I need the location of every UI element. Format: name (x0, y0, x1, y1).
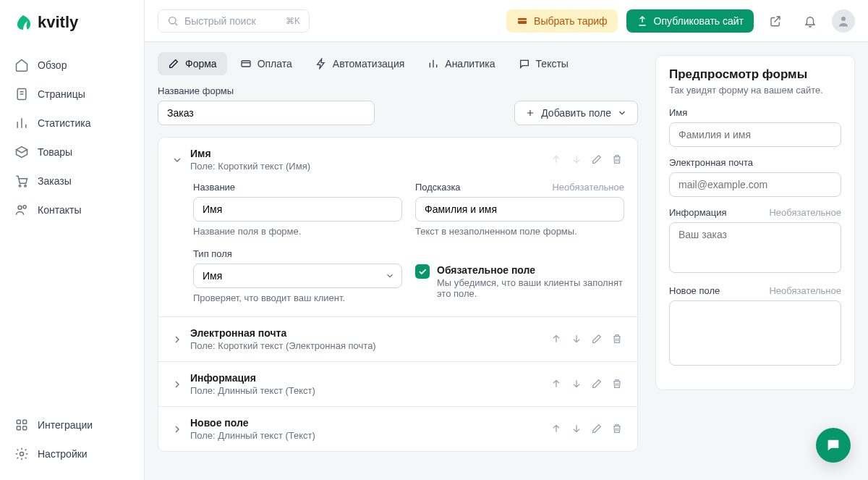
sidebar-item-stats[interactable]: Статистика (6, 109, 138, 138)
field-list: Имя Поле: Короткий текст (Имя) (158, 137, 638, 452)
edit-button[interactable] (591, 378, 604, 391)
svg-rect-7 (17, 426, 20, 430)
field-subtitle: Поле: Длинный текст (Текст) (190, 385, 543, 396)
move-up-button[interactable] (550, 333, 563, 346)
delete-button[interactable] (611, 333, 624, 346)
preview-field-label: Новое поле (669, 285, 720, 296)
search-icon (167, 15, 179, 27)
edit-button[interactable] (591, 153, 604, 167)
search-input[interactable]: Быстрый поиск ⌘K (158, 9, 310, 33)
choose-tariff-button[interactable]: Выбрать тариф (506, 9, 617, 33)
tab-automation[interactable]: Автоматизация (305, 52, 414, 75)
delete-button[interactable] (611, 378, 624, 391)
svg-rect-8 (23, 426, 27, 430)
cart-icon (14, 174, 29, 188)
delete-button[interactable] (611, 153, 624, 167)
chart-icon (14, 116, 29, 130)
svg-rect-5 (17, 420, 20, 424)
preview-field-label: Электронная почта (669, 157, 841, 168)
preview-name-input[interactable] (669, 122, 841, 147)
field-subtitle: Поле: Короткий текст (Электронная почта) (190, 340, 543, 351)
topbar: Быстрый поиск ⌘K Выбрать тариф Опубликов… (145, 0, 868, 42)
home-icon (14, 58, 29, 72)
field-name-input[interactable] (193, 197, 402, 222)
notifications-button[interactable] (797, 8, 823, 34)
page-icon (14, 87, 29, 101)
svg-point-13 (841, 17, 846, 21)
move-down-button[interactable] (571, 333, 584, 346)
optional-badge: Необязательное (769, 285, 841, 296)
field-type-label: Тип поля (193, 248, 402, 259)
sidebar-item-integrations[interactable]: Интеграции (6, 410, 138, 439)
svg-point-10 (169, 17, 176, 23)
chart-icon (427, 58, 439, 70)
tab-texts[interactable]: Тексты (509, 52, 579, 75)
sidebar-item-pages[interactable]: Страницы (6, 80, 138, 109)
plus-icon (525, 108, 535, 118)
required-sub: Мы убедимся, что ваши клиенты заполнят э… (437, 277, 624, 299)
avatar[interactable] (832, 9, 855, 33)
form-name-input[interactable] (158, 101, 375, 125)
chevron-right-icon (171, 334, 183, 345)
svg-rect-12 (518, 20, 527, 20)
svg-point-2 (25, 185, 27, 186)
preview-info-textarea[interactable] (669, 222, 841, 273)
sidebar-item-label: Заказы (38, 175, 72, 187)
search-kbd: ⌘K (286, 16, 300, 26)
preview-newfield-textarea[interactable] (669, 300, 841, 366)
move-down-button[interactable] (571, 378, 584, 391)
move-up-button[interactable] (550, 378, 563, 391)
card-icon (516, 15, 528, 27)
edit-button[interactable] (591, 423, 604, 436)
sidebar-item-label: Обзор (38, 59, 67, 71)
gear-icon (14, 447, 29, 461)
button-label: Опубликовать сайт (654, 15, 744, 27)
tabs: Форма Оплата Автоматизация Аналитика (158, 42, 638, 85)
bolt-icon (315, 58, 327, 70)
preview-panel: Предпросмотр формы Так увидят форму на в… (655, 55, 855, 390)
field-header[interactable]: Информация Поле: Длинный текст (Текст) (158, 362, 637, 406)
tab-payment[interactable]: Оплата (230, 52, 302, 75)
tab-analytics[interactable]: Аналитика (417, 52, 505, 75)
sidebar-item-contacts[interactable]: Контакты (6, 195, 138, 224)
sidebar-item-label: Страницы (38, 88, 85, 100)
edit-button[interactable] (591, 333, 604, 346)
tab-label: Оплата (258, 58, 292, 70)
chevron-down-icon (171, 154, 183, 166)
tab-label: Аналитика (445, 58, 495, 70)
sidebar-item-settings[interactable]: Настройки (6, 439, 138, 468)
sidebar-item-label: Статистика (38, 117, 91, 129)
field-hint-input[interactable] (415, 197, 624, 222)
sidebar-item-orders[interactable]: Заказы (6, 167, 138, 195)
field-type-select[interactable] (193, 264, 402, 288)
field-header[interactable]: Электронная почта Поле: Короткий текст (… (158, 317, 637, 361)
grid-icon (14, 418, 29, 432)
field-header[interactable]: Имя Поле: Короткий текст (Имя) (158, 138, 637, 182)
move-up-button[interactable] (550, 423, 563, 436)
add-field-button[interactable]: Добавить поле (514, 101, 638, 125)
move-down-button[interactable] (571, 423, 584, 436)
chevron-right-icon (171, 379, 183, 390)
field-row: Новое поле Поле: Длинный текст (Текст) (158, 407, 637, 451)
optional-badge: Необязательное (769, 207, 841, 218)
nav-main: Обзор Страницы Статистика Товары Заказы … (0, 45, 144, 405)
preview-email-input[interactable] (669, 172, 841, 197)
logo[interactable]: kvitly (0, 0, 144, 45)
field-hint-label: Подсказка (415, 182, 461, 193)
sidebar-item-products[interactable]: Товары (6, 138, 138, 167)
chevron-right-icon (171, 424, 183, 435)
field-row: Информация Поле: Длинный текст (Текст) (158, 362, 637, 407)
field-header[interactable]: Новое поле Поле: Длинный текст (Текст) (158, 407, 637, 451)
sidebar: kvitly Обзор Страницы Статистика Товары … (0, 0, 145, 480)
delete-button[interactable] (611, 423, 624, 436)
required-checkbox[interactable] (415, 264, 430, 279)
chat-button[interactable] (816, 428, 851, 463)
external-link-button[interactable] (762, 8, 788, 34)
sidebar-item-label: Настройки (38, 448, 88, 460)
field-title: Электронная почта (190, 327, 543, 339)
field-type-hint: Проверяет, что вводит ваш клиент. (193, 292, 402, 303)
svg-rect-6 (23, 420, 27, 424)
sidebar-item-overview[interactable]: Обзор (6, 51, 138, 80)
publish-button[interactable]: Опубликовать сайт (626, 9, 754, 33)
tab-form[interactable]: Форма (158, 52, 227, 75)
